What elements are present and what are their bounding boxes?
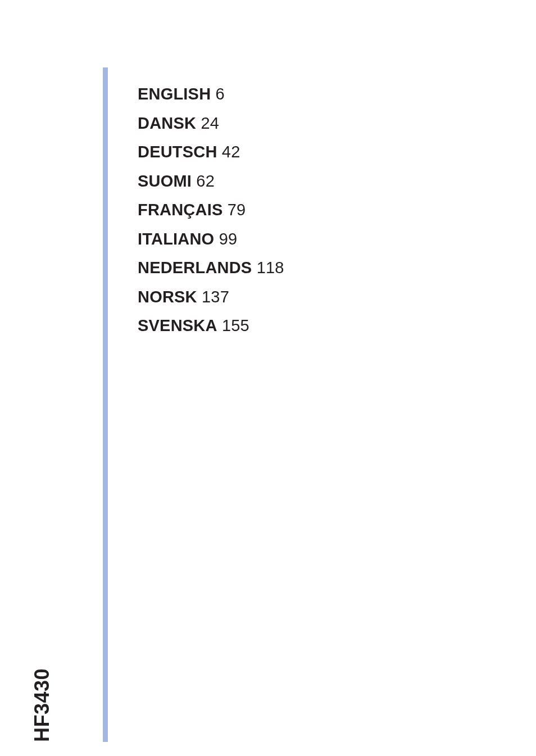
toc-language: ENGLISH: [138, 85, 211, 103]
toc-page-number: 118: [257, 259, 284, 277]
toc-entry: SVENSKA 155: [138, 311, 284, 341]
toc-page-number: 137: [202, 288, 229, 306]
toc-entry: DANSK 24: [138, 109, 284, 138]
toc-page-number: 24: [201, 114, 219, 132]
toc-language: SUOMI: [138, 172, 192, 190]
toc-entry: DEUTSCH 42: [138, 138, 284, 167]
table-of-contents: ENGLISH 6 DANSK 24 DEUTSCH 42 SUOMI 62 F…: [138, 80, 284, 341]
toc-page-number: 6: [216, 85, 225, 103]
toc-entry: ENGLISH 6: [138, 80, 284, 109]
toc-language: NEDERLANDS: [138, 259, 252, 277]
toc-language: ITALIANO: [138, 230, 214, 248]
toc-entry: ITALIANO 99: [138, 225, 284, 254]
vertical-rule: [103, 67, 108, 742]
toc-language: SVENSKA: [138, 316, 217, 334]
toc-page-number: 155: [222, 316, 249, 334]
toc-language: NORSK: [138, 288, 197, 306]
toc-language: FRANÇAIS: [138, 201, 222, 219]
toc-page-number: 62: [196, 172, 215, 190]
page: ENGLISH 6 DANSK 24 DEUTSCH 42 SUOMI 62 F…: [0, 0, 536, 756]
toc-page-number: 99: [219, 230, 238, 248]
model-number: HF3430: [30, 668, 54, 742]
toc-entry: SUOMI 62: [138, 167, 284, 196]
toc-page-number: 79: [228, 201, 246, 219]
toc-entry: NORSK 137: [138, 283, 284, 312]
toc-entry: FRANÇAIS 79: [138, 196, 284, 225]
toc-page-number: 42: [222, 143, 240, 161]
toc-language: DEUTSCH: [138, 143, 217, 161]
toc-entry: NEDERLANDS 118: [138, 253, 284, 283]
toc-language: DANSK: [138, 114, 196, 132]
